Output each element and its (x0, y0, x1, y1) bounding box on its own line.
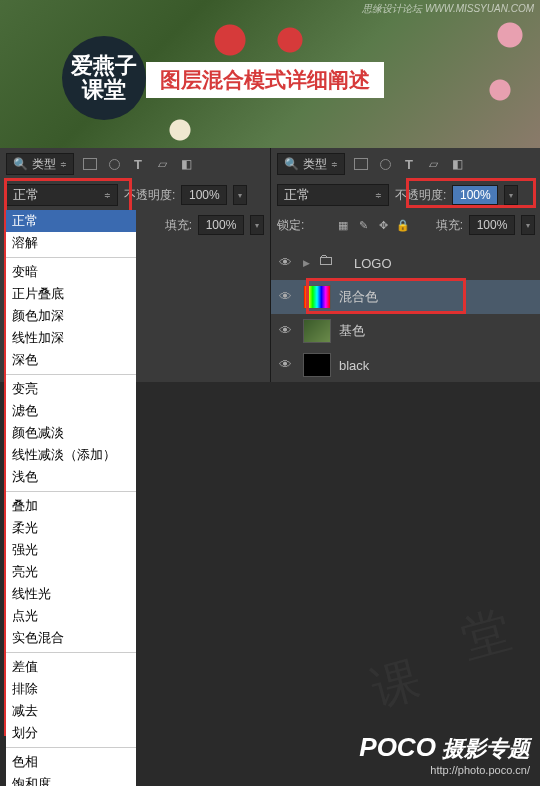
search-icon: 🔍 (13, 157, 28, 171)
image-filter-icon[interactable] (82, 156, 98, 172)
panels-container: 🔍 类型 ≑ T ▱ ◧ 正常 ≑ 不透明度: 100% ▾ 填充: 100% … (0, 148, 540, 382)
lock-paint-icon[interactable]: ✎ (355, 217, 371, 233)
blend-option[interactable]: 差值 (6, 656, 136, 678)
blend-option[interactable]: 颜色加深 (6, 305, 136, 327)
separator (6, 652, 136, 653)
title-text: 图层混合模式详细阐述 (160, 66, 370, 94)
blend-mode-value: 正常 (284, 186, 310, 204)
type-filter-button[interactable]: 🔍 类型 ≑ (277, 153, 345, 175)
blend-option[interactable]: 深色 (6, 349, 136, 371)
blend-option[interactable]: 亮光 (6, 561, 136, 583)
blend-mode-select[interactable]: 正常 ≑ (6, 184, 118, 206)
blend-option[interactable]: 线性光 (6, 583, 136, 605)
blend-option[interactable]: 溶解 (6, 232, 136, 254)
opacity-stepper[interactable]: ▾ (504, 185, 518, 205)
blend-option[interactable]: 划分 (6, 722, 136, 744)
logo-line2: 课堂 (82, 78, 126, 102)
layer-row[interactable]: 👁 基色 (271, 314, 540, 348)
blend-option[interactable]: 实色混合 (6, 627, 136, 649)
layers-list: 👁 ▶ 🗀 LOGO 👁 混合色 👁 基色 👁 black (271, 246, 540, 382)
footer-branding: POCO 摄影专题 http://photo.poco.cn/ (359, 732, 530, 776)
blend-option[interactable]: 线性加深 (6, 327, 136, 349)
filter-row: 🔍 类型 ≑ T ▱ ◧ (0, 148, 270, 180)
fill-value[interactable]: 100% (469, 215, 515, 235)
watermark-text: 思缘设计论坛 WWW.MISSYUAN.COM (362, 2, 534, 16)
blend-option[interactable]: 颜色减淡 (6, 422, 136, 444)
shape-filter-icon[interactable]: ▱ (154, 156, 170, 172)
bg-watermark: 堂 (455, 597, 518, 671)
blend-option[interactable]: 正片叠底 (6, 283, 136, 305)
separator (6, 491, 136, 492)
lock-transparency-icon[interactable]: ▦ (335, 217, 351, 233)
blend-option[interactable]: 柔光 (6, 517, 136, 539)
layer-row[interactable]: 👁 ▶ 🗀 LOGO (271, 246, 540, 280)
header-image: 思缘设计论坛 WWW.MISSYUAN.COM 爱燕子 课堂 图层混合模式详细阐… (0, 0, 540, 148)
fill-stepper[interactable]: ▾ (250, 215, 264, 235)
blend-option[interactable]: 色相 (6, 751, 136, 773)
blend-option[interactable]: 点光 (6, 605, 136, 627)
blend-mode-value: 正常 (13, 186, 39, 204)
blend-option[interactable]: 线性减淡（添加） (6, 444, 136, 466)
logo-line1: 爱燕子 (71, 54, 137, 78)
blend-option[interactable]: 浅色 (6, 466, 136, 488)
adjustment-filter-icon[interactable] (106, 156, 122, 172)
blend-mode-select[interactable]: 正常 ≑ (277, 184, 389, 206)
expand-icon[interactable]: ▶ (303, 258, 310, 268)
text-filter-icon[interactable]: T (130, 156, 146, 172)
blend-option[interactable]: 减去 (6, 700, 136, 722)
layer-name: LOGO (354, 256, 392, 271)
visibility-icon[interactable]: 👁 (279, 289, 295, 305)
adjustment-filter-icon[interactable] (377, 156, 393, 172)
blend-option[interactable]: 正常 (6, 210, 136, 232)
blend-option[interactable]: 叠加 (6, 495, 136, 517)
fill-value[interactable]: 100% (198, 215, 244, 235)
blend-option[interactable]: 强光 (6, 539, 136, 561)
type-label: 类型 (32, 156, 56, 173)
brand-url: http://photo.poco.cn/ (359, 764, 530, 776)
type-filter-button[interactable]: 🔍 类型 ≑ (6, 153, 74, 175)
blend-row: 正常 ≑ 不透明度: 100% ▾ (0, 180, 270, 210)
lock-label: 锁定: (277, 217, 304, 234)
separator (6, 374, 136, 375)
left-panel: 🔍 类型 ≑ T ▱ ◧ 正常 ≑ 不透明度: 100% ▾ 填充: 100% … (0, 148, 270, 382)
shape-filter-icon[interactable]: ▱ (425, 156, 441, 172)
logo-badge: 爱燕子 课堂 (62, 36, 146, 120)
lock-all-icon[interactable]: 🔒 (395, 217, 411, 233)
chevron-down-icon: ≑ (331, 160, 338, 169)
opacity-value[interactable]: 100% (452, 185, 498, 205)
separator (6, 257, 136, 258)
opacity-label: 不透明度: (395, 187, 446, 204)
lock-row: 锁定: ▦ ✎ ✥ 🔒 填充: 100% ▾ (271, 210, 540, 240)
blend-option[interactable]: 变亮 (6, 378, 136, 400)
visibility-icon[interactable]: 👁 (279, 357, 295, 373)
type-label: 类型 (303, 156, 327, 173)
image-filter-icon[interactable] (353, 156, 369, 172)
blend-option[interactable]: 排除 (6, 678, 136, 700)
layer-row[interactable]: 👁 混合色 (271, 280, 540, 314)
chevron-down-icon: ≑ (104, 191, 111, 200)
visibility-icon[interactable]: 👁 (279, 255, 295, 271)
fill-stepper[interactable]: ▾ (521, 215, 535, 235)
layer-thumbnail (303, 353, 331, 377)
blend-option[interactable]: 变暗 (6, 261, 136, 283)
layer-name: black (339, 358, 369, 373)
opacity-stepper[interactable]: ▾ (233, 185, 247, 205)
bg-watermark: 课 (365, 647, 428, 721)
layer-row[interactable]: 👁 black (271, 348, 540, 382)
opacity-label: 不透明度: (124, 187, 175, 204)
opacity-value[interactable]: 100% (181, 185, 227, 205)
layer-thumbnail (303, 319, 331, 343)
blend-option[interactable]: 滤色 (6, 400, 136, 422)
lock-position-icon[interactable]: ✥ (375, 217, 391, 233)
blend-row: 正常 ≑ 不透明度: 100% ▾ (271, 180, 540, 210)
blend-option[interactable]: 饱和度 (6, 773, 136, 786)
visibility-icon[interactable]: 👁 (279, 323, 295, 339)
blend-mode-dropdown: 正常 溶解 变暗 正片叠底 颜色加深 线性加深 深色 变亮 滤色 颜色减淡 线性… (6, 210, 136, 786)
layer-thumbnail (303, 285, 331, 309)
text-filter-icon[interactable]: T (401, 156, 417, 172)
right-panel: 🔍 类型 ≑ T ▱ ◧ 正常 ≑ 不透明度: 100% ▾ 锁定: ▦ ✎ (270, 148, 540, 382)
smartobj-filter-icon[interactable]: ◧ (178, 156, 194, 172)
folder-icon: 🗀 (318, 251, 346, 275)
smartobj-filter-icon[interactable]: ◧ (449, 156, 465, 172)
layer-name: 基色 (339, 322, 365, 340)
